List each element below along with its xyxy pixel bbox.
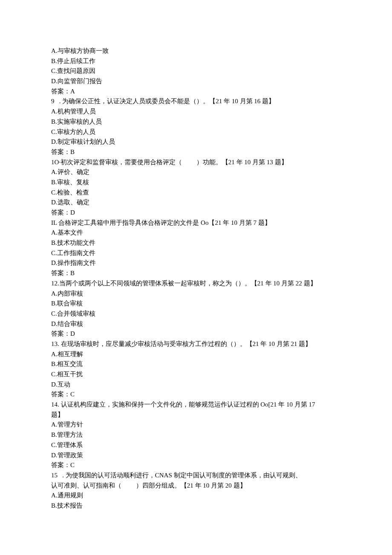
text-line: D.管理政策 — [51, 450, 341, 461]
text-line: A.通用规则 — [51, 491, 341, 501]
text-line: C.管理体系 — [51, 440, 341, 450]
text-line: 答案：B — [51, 268, 341, 279]
text-line: 答案：B — [51, 147, 341, 157]
text-line: B.停止后续工作 — [51, 56, 341, 67]
text-line: B.联合审核 — [51, 299, 341, 309]
text-line: C.检验、检查 — [51, 188, 341, 198]
text-line: 13. 在现场审核时，应尽量减少审核活动与受审核方工作过程的（）。【21 年 1… — [51, 339, 341, 349]
text-line: A.与审核方协商一致 — [51, 46, 341, 56]
text-line: 答案：A — [51, 87, 341, 97]
text-line: B.技术报告 — [51, 501, 341, 511]
text-line: B.管理方法 — [51, 430, 341, 440]
text-line: C.审核方的人员 — [51, 127, 341, 137]
text-line: D.互动 — [51, 380, 341, 390]
text-line: D.操作指南文件 — [51, 258, 341, 268]
text-line: 14. 认证机构应建立，实施和保持一个文件化的，能够规范运作认证过程的 Oo[2… — [51, 400, 341, 410]
text-line: IL 合格评定工具箱中用于指导具体合格评定的文件是 Oo【21 年 10 月第 … — [51, 218, 341, 228]
text-line: B.相互交流 — [51, 359, 341, 369]
text-line: 答案：D — [51, 329, 341, 339]
text-line: A.评价、确定 — [51, 167, 341, 177]
text-line: B.技术功能文件 — [51, 238, 341, 248]
text-line: A.内部审核 — [51, 289, 341, 299]
document-page: A.与审核方协商一致 B.停止后续工作 C.查找问题原因 D.向监管部门报告 答… — [0, 0, 392, 555]
text-line: A.机构管理人员 — [51, 107, 341, 117]
text-line: 1O·初次评定和监督审核，需要使用合格评定（ ）功能。【21 年 10 月第 1… — [51, 157, 341, 168]
text-line: B.审核、复核 — [51, 177, 341, 188]
text-line: 12.当两个或两个以上不同领域的管理体系被一起审核时，称之为（）。【21 年 1… — [51, 279, 341, 289]
text-line: 答案：C — [51, 389, 341, 400]
text-line: A.基本文件 — [51, 228, 341, 238]
text-line: A.管理方针 — [51, 420, 341, 430]
text-line: 题】 — [51, 410, 341, 420]
text-line: D.制定审核计划的人员 — [51, 137, 341, 147]
text-line: C.合并领域审核 — [51, 309, 341, 319]
text-line: 认可准则、认可指南和（ ）四部分组成。【21 年 10 月第 20 题】 — [51, 481, 341, 491]
text-line: A.相互理解 — [51, 349, 341, 360]
text-line: 15 . 为使我国的认可活动顺利进行，CNAS 制定中国认可制度的管理体系，由认… — [51, 471, 341, 481]
text-line: D.结合审核 — [51, 319, 341, 329]
text-line: D.选取、确定 — [51, 198, 341, 208]
text-line: 9 . 为确保公正性，认证决定人员或委员会不能是（）。【21 年 10 月第 1… — [51, 96, 341, 107]
text-line: D.向监管部门报告 — [51, 76, 341, 87]
text-line: 答案：D — [51, 208, 341, 218]
text-line: C.工作指南文件 — [51, 248, 341, 259]
text-line: 答案：C — [51, 460, 341, 471]
text-line: C.相互干扰 — [51, 369, 341, 380]
text-line: C.查找问题原因 — [51, 66, 341, 76]
text-line: B.实施审核的人员 — [51, 117, 341, 127]
